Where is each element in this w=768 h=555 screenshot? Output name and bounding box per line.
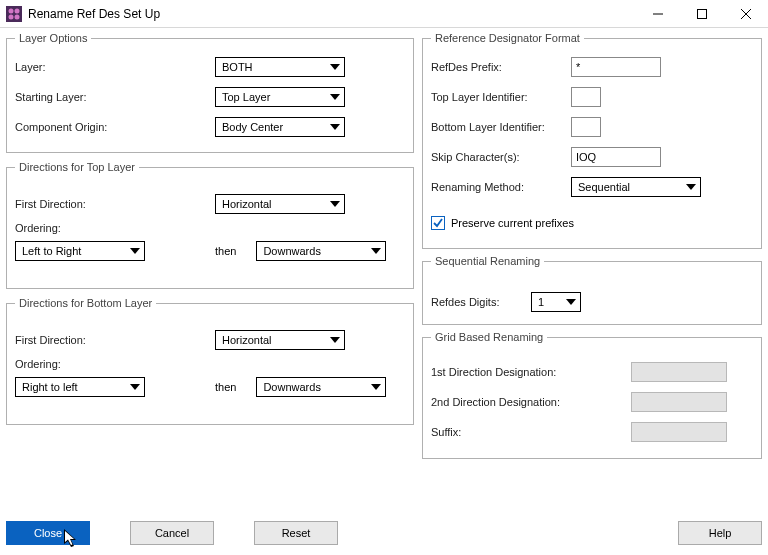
top-order1-dropdown[interactable]: Left to Right [15,241,145,261]
close-icon [741,9,751,19]
bottom-directions-legend: Directions for Bottom Layer [15,297,156,309]
top-then-label: then [215,245,236,257]
component-origin-label: Component Origin: [15,121,215,133]
grid-group: Grid Based Renaming 1st Direction Design… [422,331,762,459]
close-button-label: Close [34,527,62,539]
window-title: Rename Ref Des Set Up [28,7,636,21]
grid-suffix-label: Suffix: [431,426,631,438]
grid-d1-label: 1st Direction Designation: [431,366,631,378]
method-label: Renaming Method: [431,181,571,193]
svg-point-3 [9,14,14,19]
help-button[interactable]: Help [678,521,762,545]
bottom-first-dir-dropdown[interactable]: Horizontal [215,330,345,350]
layer-options-legend: Layer Options [15,32,91,44]
layer-label: Layer: [15,61,215,73]
layer-value: BOTH [222,61,253,73]
check-icon [433,218,443,228]
chevron-down-icon [566,299,576,305]
bottom-order1-dropdown[interactable]: Right to left [15,377,145,397]
title-bar: Rename Ref Des Set Up [0,0,768,28]
preserve-prefixes-label: Preserve current prefixes [451,217,574,229]
layer-dropdown[interactable]: BOTH [215,57,345,77]
mouse-cursor-icon [64,529,82,551]
grid-d2-input [631,392,727,412]
top-directions-legend: Directions for Top Layer [15,161,139,173]
grid-suffix-input [631,422,727,442]
layer-options-group: Layer Options Layer: BOTH Starting Layer… [6,32,414,153]
maximize-icon [697,9,707,19]
chevron-down-icon [371,384,381,390]
app-icon [6,6,22,22]
reset-button-label: Reset [282,527,311,539]
chevron-down-icon [130,384,140,390]
svg-point-1 [9,8,14,13]
bottom-id-label: Bottom Layer Identifier: [431,121,571,133]
bottom-order2-dropdown[interactable]: Downwards [256,377,386,397]
prefix-label: RefDes Prefix: [431,61,571,73]
skip-input[interactable] [571,147,661,167]
top-order2-dropdown[interactable]: Downwards [256,241,386,261]
chevron-down-icon [686,184,696,190]
bottom-order1-value: Right to left [22,381,78,393]
chevron-down-icon [371,248,381,254]
close-window-button[interactable] [724,0,768,28]
bottom-then-label: then [215,381,236,393]
close-button[interactable]: Close [6,521,90,545]
reset-button[interactable]: Reset [254,521,338,545]
minimize-button[interactable] [636,0,680,28]
chevron-down-icon [130,248,140,254]
method-dropdown[interactable]: Sequential [571,177,701,197]
svg-point-4 [15,14,20,19]
bottom-order2-value: Downwards [263,381,320,393]
component-origin-dropdown[interactable]: Body Center [215,117,345,137]
sequential-group: Sequential Renaming Refdes Digits: 1 [422,255,762,325]
chevron-down-icon [330,201,340,207]
maximize-button[interactable] [680,0,724,28]
chevron-down-icon [330,94,340,100]
bottom-first-dir-value: Horizontal [222,334,272,346]
component-origin-value: Body Center [222,121,283,133]
svg-rect-6 [698,9,707,18]
digits-dropdown[interactable]: 1 [531,292,581,312]
minimize-icon [653,9,663,19]
chevron-down-icon [330,124,340,130]
top-directions-group: Directions for Top Layer First Direction… [6,161,414,289]
skip-label: Skip Character(s): [431,151,571,163]
top-ordering-label: Ordering: [15,222,215,234]
grid-d2-label: 2nd Direction Designation: [431,396,631,408]
top-first-dir-dropdown[interactable]: Horizontal [215,194,345,214]
cancel-button[interactable]: Cancel [130,521,214,545]
digits-value: 1 [538,296,544,308]
method-value: Sequential [578,181,630,193]
top-id-label: Top Layer Identifier: [431,91,571,103]
bottom-ordering-label: Ordering: [15,358,215,370]
digits-label: Refdes Digits: [431,296,531,308]
top-order2-value: Downwards [263,245,320,257]
grid-d1-input [631,362,727,382]
top-first-dir-value: Horizontal [222,198,272,210]
footer: Close Cancel Reset Help [6,521,762,545]
starting-layer-dropdown[interactable]: Top Layer [215,87,345,107]
svg-rect-0 [6,6,22,22]
top-order1-value: Left to Right [22,245,81,257]
starting-layer-value: Top Layer [222,91,270,103]
preserve-prefixes-checkbox[interactable] [431,216,445,230]
svg-point-2 [15,8,20,13]
bottom-first-dir-label: First Direction: [15,334,215,346]
top-id-input[interactable] [571,87,601,107]
bottom-directions-group: Directions for Bottom Layer First Direct… [6,297,414,425]
refdes-format-group: Reference Designator Format RefDes Prefi… [422,32,762,249]
chevron-down-icon [330,64,340,70]
sequential-legend: Sequential Renaming [431,255,544,267]
refdes-format-legend: Reference Designator Format [431,32,584,44]
starting-layer-label: Starting Layer: [15,91,215,103]
help-button-label: Help [709,527,732,539]
grid-legend: Grid Based Renaming [431,331,547,343]
chevron-down-icon [330,337,340,343]
cancel-button-label: Cancel [155,527,189,539]
bottom-id-input[interactable] [571,117,601,137]
top-first-dir-label: First Direction: [15,198,215,210]
prefix-input[interactable] [571,57,661,77]
